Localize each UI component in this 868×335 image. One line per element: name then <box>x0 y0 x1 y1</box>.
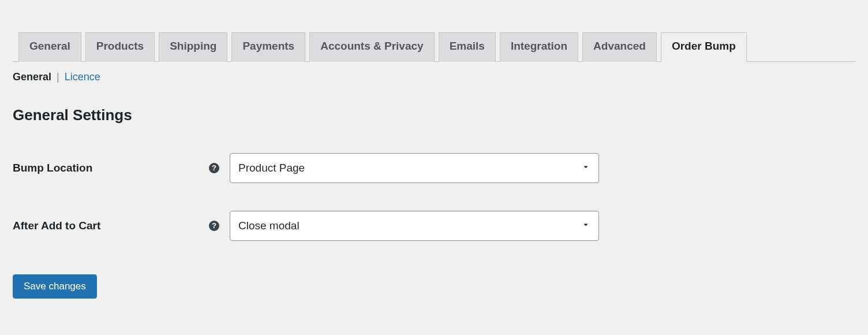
help-icon[interactable]: ? <box>209 163 219 173</box>
field-after-add-to-cart: After Add to Cart ? Close modal <box>13 211 855 241</box>
after-add-to-cart-label: After Add to Cart <box>13 219 209 232</box>
tab-emails[interactable]: Emails <box>439 32 496 62</box>
bump-location-label: Bump Location <box>13 162 209 174</box>
save-button[interactable]: Save changes <box>13 274 97 299</box>
field-bump-location: Bump Location ? Product Page <box>13 153 855 183</box>
tab-payments[interactable]: Payments <box>231 32 305 62</box>
subtab-general[interactable]: General <box>13 71 51 83</box>
bump-location-value: Product Page <box>230 153 599 183</box>
tab-advanced[interactable]: Advanced <box>582 32 657 62</box>
bump-location-select[interactable]: Product Page <box>230 153 599 183</box>
tab-accounts-privacy[interactable]: Accounts & Privacy <box>309 32 434 62</box>
help-icon-wrap: ? <box>209 221 230 231</box>
subtabs: General | Licence <box>13 71 855 83</box>
section-title: General Settings <box>13 106 855 124</box>
tab-order-bump[interactable]: Order Bump <box>661 32 747 62</box>
tab-products[interactable]: Products <box>85 32 155 62</box>
tab-integration[interactable]: Integration <box>500 32 578 62</box>
subtab-licence[interactable]: Licence <box>65 71 100 83</box>
separator: | <box>57 71 62 83</box>
settings-tabs: General Products Shipping Payments Accou… <box>13 0 855 62</box>
tab-general[interactable]: General <box>18 32 81 62</box>
after-add-to-cart-select[interactable]: Close modal <box>230 211 599 241</box>
help-icon-wrap: ? <box>209 163 230 173</box>
help-icon[interactable]: ? <box>209 221 219 231</box>
after-add-to-cart-value: Close modal <box>230 211 599 241</box>
settings-form: Bump Location ? Product Page After Add t… <box>13 153 855 241</box>
tab-shipping[interactable]: Shipping <box>159 32 227 62</box>
